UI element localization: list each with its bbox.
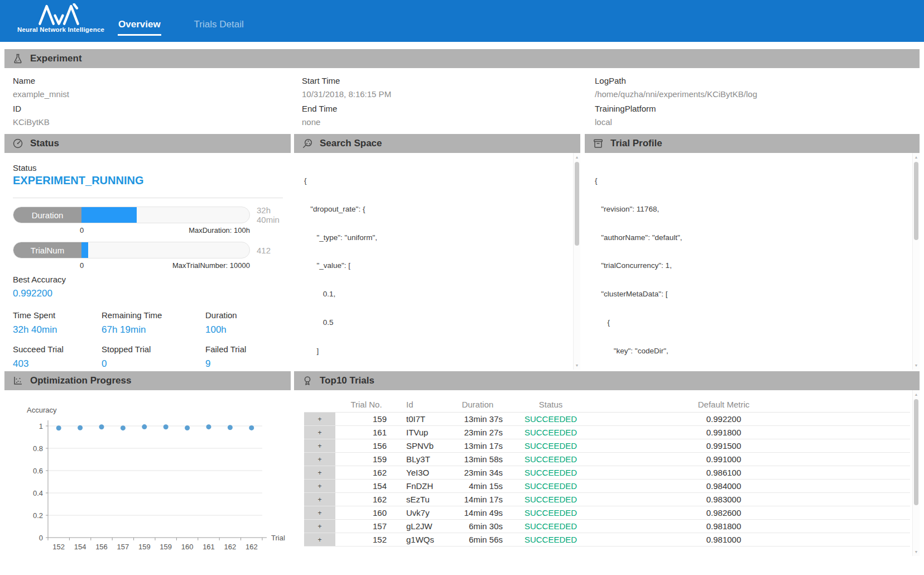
status-section: Status Status EXPERIMENT_RUNNING Duratio… (4, 134, 291, 370)
expand-row-button[interactable]: + (304, 426, 335, 439)
expand-row-button[interactable]: + (304, 453, 335, 466)
field-name: Name example_mnist (13, 76, 69, 99)
trialnum-bar-value: 412 (257, 242, 271, 258)
trial-status-cell: SUCCEEDED (506, 414, 595, 424)
trial-id-cell: Uvk7y (397, 508, 449, 518)
medal-icon (302, 375, 313, 386)
trial-metric-cell: 0.986100 (595, 468, 852, 477)
trial-id-cell: g1WQs (397, 535, 449, 544)
trial-metric-cell: 0.981800 (595, 521, 852, 531)
status-value: EXPERIMENT_RUNNING (13, 174, 143, 187)
search-space-scrollbar[interactable]: ▲ ▼ (573, 153, 580, 370)
duration-bar-row: Duration 32h 40min 0 MaxDuration: 100h (13, 207, 287, 223)
scrollbar-thumb[interactable] (575, 162, 579, 246)
logo-title: Neural Network Intelligence (13, 26, 108, 33)
flask-icon (12, 53, 23, 64)
trial-duration-cell: 6min 30s (449, 521, 506, 531)
expand-row-button[interactable]: + (304, 533, 335, 546)
table-row: + 160 Uvk7y 14min 49s SUCCEEDED 0.982600 (304, 506, 910, 520)
col-duration: Duration (449, 400, 506, 409)
trial-metric-cell: 0.982600 (595, 508, 852, 518)
trial-duration-cell: 13min 17s (449, 441, 506, 451)
experiment-header: Experiment (4, 49, 920, 68)
trialnum-max: MaxTrialNumber: 10000 (172, 261, 250, 270)
table-row: + 152 g1WQs 6min 56s SUCCEEDED 0.981000 (304, 533, 910, 547)
trial-no-cell: 159 (335, 414, 397, 424)
svg-text:157: 157 (117, 543, 129, 551)
expand-row-button[interactable]: + (304, 480, 335, 492)
nni-logo: Neural Network Intelligence (13, 3, 108, 33)
field-start-time-value: 10/31/2018, 8:16:15 PM (302, 89, 391, 99)
trial-metric-cell: 0.984000 (595, 481, 852, 491)
trial-no-cell: 161 (335, 428, 397, 437)
trialnum-bar-fill (81, 242, 88, 258)
col-status: Status (506, 400, 595, 409)
expand-row-button[interactable]: + (304, 506, 335, 519)
experiment-section: Experiment Name example_mnist ID KCiBytK… (4, 49, 920, 134)
trial-id-cell: sEzTu (397, 495, 449, 504)
expand-row-button[interactable]: + (304, 520, 335, 533)
top10-header: Top10 Trials (294, 371, 920, 390)
trialnum-bar-row: TrialNum 412 0 MaxTrialNumber: 10000 (13, 242, 287, 258)
expand-row-button[interactable]: + (304, 466, 335, 479)
trial-duration-cell: 4min 15s (449, 481, 506, 491)
trial-duration-cell: 14min 17s (449, 495, 506, 504)
scroll-up-icon[interactable]: ▲ (913, 392, 920, 396)
field-training-platform: TrainingPlatform local (595, 104, 757, 127)
trial-id-cell: SPNVb (397, 441, 449, 451)
svg-text:152: 152 (52, 543, 65, 551)
tab-trials-detail-label: Trials Detail (194, 19, 244, 30)
top10-table: Trial No. Id Duration Status Default Met… (304, 397, 910, 547)
scrollbar-thumb[interactable] (914, 162, 918, 240)
stat-stopped-trial: Stopped Trial 0 (102, 344, 205, 370)
trial-metric-cell: 0.991800 (595, 428, 852, 437)
trial-profile-scrollbar[interactable]: ▲ ▼ (912, 153, 920, 370)
nni-overview-page: Neural Network Intelligence Overview Tri… (0, 0, 924, 575)
trial-no-cell: 152 (335, 535, 397, 544)
svg-text:162: 162 (246, 543, 258, 551)
scroll-down-icon[interactable]: ▼ (913, 550, 920, 554)
nni-logo-icon (37, 3, 84, 26)
top10-title: Top10 Trials (320, 375, 374, 386)
field-logpath: LogPath /home/quzha/nni/experiments/KCiB… (595, 76, 757, 99)
expand-row-button[interactable]: + (304, 439, 335, 452)
scatter-chart-icon (12, 375, 23, 386)
table-row: + 154 FnDZH 4min 15s SUCCEEDED 0.984000 (304, 480, 910, 493)
top10-scrollbar[interactable]: ▲ ▼ (912, 390, 920, 556)
experiment-col-2: Start Time 10/31/2018, 8:16:15 PM End Ti… (302, 76, 391, 132)
trial-id-cell: BLy3T (397, 454, 449, 464)
svg-text:162: 162 (224, 543, 237, 551)
trial-no-cell: 156 (335, 441, 397, 451)
field-name-label: Name (13, 76, 69, 85)
tab-trials-detail[interactable]: Trials Detail (194, 19, 244, 30)
scroll-down-icon[interactable]: ▼ (913, 363, 920, 367)
trial-status-cell: SUCCEEDED (506, 441, 595, 451)
trialnum-min: 0 (80, 261, 84, 270)
stat-remaining-time: Remaining Time 67h 19min (102, 310, 205, 336)
svg-text:0: 0 (39, 534, 43, 542)
trial-metric-cell: 0.992200 (595, 414, 852, 424)
expand-row-button[interactable]: + (304, 413, 335, 425)
scroll-down-icon[interactable]: ▼ (574, 363, 580, 367)
field-end-time-label: End Time (302, 104, 391, 113)
table-row: + 161 ITVup 23min 27s SUCCEEDED 0.991800 (304, 426, 910, 439)
svg-text:Accuracy: Accuracy (27, 406, 57, 414)
svg-text:159: 159 (138, 543, 151, 551)
trial-id-cell: FnDZH (397, 481, 449, 491)
scroll-up-icon[interactable]: ▲ (574, 155, 580, 159)
scroll-up-icon[interactable]: ▲ (913, 155, 920, 159)
col-trial-no: Trial No. (335, 400, 397, 409)
svg-text:161: 161 (203, 543, 215, 551)
scrollbar-thumb[interactable] (914, 399, 918, 505)
field-name-value: example_mnist (13, 89, 69, 99)
field-id-label: ID (13, 104, 69, 113)
duration-bar-label: Duration (13, 207, 81, 223)
trial-duration-cell: 6min 56s (449, 535, 506, 544)
svg-text:0.6: 0.6 (33, 467, 43, 475)
trial-profile-header: Trial Profile (585, 134, 920, 153)
status-title: Status (30, 138, 59, 149)
expand-row-button[interactable]: + (304, 493, 335, 506)
tab-overview[interactable]: Overview (118, 19, 161, 30)
field-id: ID KCiBytKB (13, 104, 69, 127)
trial-status-cell: SUCCEEDED (506, 454, 595, 464)
